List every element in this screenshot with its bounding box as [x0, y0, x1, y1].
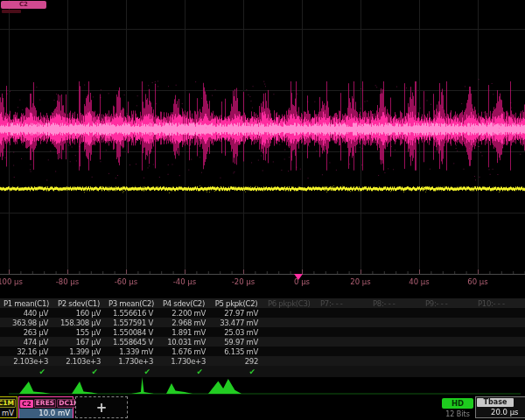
timebase-scale: 20.0 µs: [491, 408, 518, 416]
measure-param-header-disabled[interactable]: P7:- - -: [315, 299, 368, 308]
c1-vertical-scale: 50.0 mV: [0, 409, 17, 418]
time-axis-label: 40 µs: [409, 277, 429, 286]
time-axis-label: 60 µs: [467, 277, 487, 286]
measure-value-cell: 1.891 mV: [158, 328, 210, 337]
measure-value-cell: 263 µV: [0, 328, 52, 337]
histicon[interactable]: [72, 382, 98, 394]
time-axis-label: 20 µs: [350, 277, 370, 286]
measure-table: P1 mean(C1)P2 sdev(C1)P3 mean(C2)P4 sdev…: [0, 298, 525, 377]
add-trace-button[interactable]: +: [75, 396, 128, 418]
time-axis-label: -100 µs: [0, 277, 23, 286]
measure-param-header-disabled[interactable]: P9:- - -: [420, 299, 472, 308]
timebase-descriptor[interactable]: Tbase 20.0 µs: [475, 396, 525, 418]
measure-param-header[interactable]: P4 sdev(C2): [158, 299, 210, 308]
measure-value-cell: 33.477 mV: [210, 318, 262, 327]
measure-value-cell: 2.200 mV: [158, 309, 210, 318]
c2-label-badge: C2: [20, 400, 33, 408]
measure-value-cell: 32.16 µV: [0, 347, 52, 356]
histicons[interactable]: [0, 372, 525, 396]
logo-smudge: [2, 10, 21, 13]
measure-value-cell: 6.135 mV: [210, 347, 262, 356]
hd-bits-label: 12 Bits: [442, 410, 473, 418]
measure-value-cell: 1.676 mV: [158, 347, 210, 356]
channel-descriptor-c1[interactable]: DC1M 50.0 mV: [0, 396, 18, 418]
measure-param-header-disabled[interactable]: P10:- - -: [472, 299, 525, 308]
measure-value-cell: 10.031 mV: [158, 338, 210, 346]
histicon[interactable]: [208, 379, 242, 394]
measure-value-cell: 155 µV: [52, 328, 105, 337]
time-axis-label: -20 µs: [232, 277, 255, 286]
measure-value-cell: 158.308 µV: [52, 318, 105, 327]
trigger-position-marker[interactable]: [294, 274, 303, 280]
measure-value-cell: 1.339 mV: [105, 347, 158, 356]
histicon[interactable]: [131, 377, 154, 394]
measure-value-cell: 160 µV: [52, 309, 105, 318]
measure-value-cell: 25.03 mV: [210, 328, 262, 337]
measure-param-header[interactable]: P5 pkpk(C2): [210, 299, 262, 308]
measure-value-cell: 167 µV: [52, 338, 105, 346]
measure-value-cell: 59.97 mV: [210, 338, 262, 346]
measure-param-header[interactable]: P2 sdev(C1): [52, 299, 105, 308]
measure-param-header-disabled[interactable]: P8:- - -: [368, 299, 420, 308]
measure-param-header-disabled[interactable]: P6 pkpk(C3): [262, 299, 315, 308]
oscilloscope-screen: C2 -100 µs-80 µs-60 µs-40 µs-20 µs0 µs20…: [0, 0, 525, 420]
measure-value-cell: 1.556616 V: [105, 309, 158, 318]
trace-annotation-badge[interactable]: C2: [1, 1, 46, 9]
timebase-tab: Tbase: [477, 398, 514, 407]
c1-coupling-badge: DC1M: [0, 399, 16, 408]
measure-value-cell: 27.97 mV: [210, 309, 262, 318]
measure-value-cell: 1.399 µV: [52, 347, 105, 356]
measure-value-cell: 1.558645 V: [105, 338, 158, 346]
histicon[interactable]: [19, 382, 51, 394]
measure-value-cell: 2.103e+3: [0, 357, 52, 366]
measure-value-cell: 474 µV: [0, 338, 52, 346]
channel-descriptor-c2[interactable]: C2 ERES DC1M 10.0 mV: [18, 396, 74, 418]
time-axis-label: -60 µs: [115, 277, 137, 286]
measure-value-cell: 2.103e+3: [52, 357, 105, 366]
measure-value-cell: 2.968 mV: [158, 318, 210, 327]
c2-vertical-scale: 10.0 mV: [19, 409, 73, 418]
waveform-grid[interactable]: [0, 0, 525, 296]
c2-eres-badge: ERES: [34, 399, 56, 408]
measure-value-cell: 292: [210, 357, 262, 366]
measure-value-cell: 1.557591 V: [105, 318, 158, 327]
measure-param-header[interactable]: P3 mean(C2): [105, 299, 158, 308]
hd-mode-badge[interactable]: HD: [442, 398, 473, 409]
measure-value-cell: 1.550084 V: [105, 328, 158, 337]
measure-value-cell: 1.730e+3: [158, 357, 210, 366]
measure-value-cell: 440 µV: [0, 309, 52, 318]
time-axis-label: -80 µs: [56, 277, 79, 286]
plus-icon: +: [76, 397, 127, 417]
time-axis-label: -40 µs: [173, 277, 196, 286]
measure-value-cell: 1.730e+3: [105, 357, 158, 366]
measure-param-header[interactable]: P1 mean(C1): [0, 299, 52, 308]
histicon[interactable]: [166, 383, 192, 394]
measure-value-cell: 363.98 µV: [0, 318, 52, 327]
